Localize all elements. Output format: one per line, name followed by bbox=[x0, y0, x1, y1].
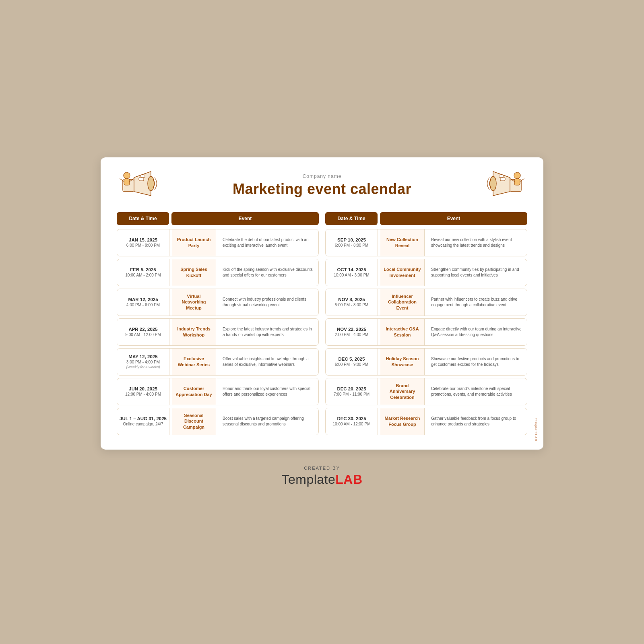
time-text: 12:00 PM - 4:00 PM bbox=[125, 392, 161, 396]
svg-rect-16 bbox=[500, 178, 505, 181]
right-col-headers: Date & Time Event bbox=[325, 212, 527, 225]
table-row: OCT 14, 2025 10:00 AM - 3:00 PM Local Co… bbox=[325, 259, 527, 286]
time-text: 4:00 PM - 6:00 PM bbox=[126, 303, 160, 307]
description-cell: Reveal our new collection with a stylish… bbox=[427, 229, 527, 256]
date-cell: MAY 12, 2025 3:00 PM - 4:00 PM (Weekly f… bbox=[117, 349, 169, 375]
description-cell: Partner with influencers to create buzz … bbox=[427, 289, 527, 316]
left-event-header: Event bbox=[171, 212, 319, 225]
date-cell: OCT 14, 2025 10:00 AM - 3:00 PM bbox=[326, 259, 378, 286]
event-name-cell: Exclusive Webinar Series bbox=[172, 349, 216, 375]
event-name-cell: Market Research Focus Group bbox=[380, 408, 425, 435]
date-cell: NOV 22, 2025 2:00 PM - 4:00 PM bbox=[326, 319, 378, 345]
event-name-text: Brand Anniversary Celebration bbox=[384, 383, 421, 400]
event-name-cell: Holiday Season Showcase bbox=[380, 349, 425, 375]
table-row: FEB 5, 2025 10:00 AM - 2:00 PM Spring Sa… bbox=[117, 259, 319, 286]
tables-row: Date & Time Event JAN 15, 2025 6:00 PM -… bbox=[117, 212, 527, 435]
description-text: Offer valuable insights and knowledge th… bbox=[223, 356, 314, 367]
date-cell: NOV 8, 2025 5:00 PM - 8:00 PM bbox=[326, 289, 378, 316]
date-cell: DEC 5, 2025 6:00 PM - 9:00 PM bbox=[326, 349, 378, 375]
description-text: Engage directly with our team during an … bbox=[431, 326, 523, 338]
time-text: 10:00 AM - 2:00 PM bbox=[125, 273, 161, 277]
header-center: Company name Marketing event calendar bbox=[117, 173, 527, 198]
event-name-cell: Customer Appreciation Day bbox=[172, 378, 216, 405]
date-text: OCT 14, 2025 bbox=[337, 267, 366, 272]
date-cell: APR 22, 2025 9:00 AM - 12:00 PM bbox=[117, 319, 169, 345]
svg-point-12 bbox=[514, 172, 520, 179]
page-wrapper: Company name Marketing event calendar bbox=[16, 157, 628, 487]
description-text: Strengthen community ties by participati… bbox=[431, 267, 523, 278]
left-col-headers: Date & Time Event bbox=[117, 212, 319, 225]
svg-rect-17 bbox=[499, 175, 503, 178]
time-text: 6:00 PM - 9:00 PM bbox=[335, 362, 368, 367]
description-text: Showcase our festive products and promot… bbox=[431, 356, 523, 367]
table-row: JUN 20, 2025 12:00 PM - 4:00 PM Customer… bbox=[117, 378, 319, 405]
date-cell: DEC 30, 2025 10:00 AM - 12:00 PM bbox=[326, 408, 378, 435]
event-name-text: Customer Appreciation Day bbox=[175, 386, 213, 397]
event-name-cell: Influencer Collaboration Event bbox=[380, 289, 425, 316]
description-text: Celebrate our brand's milestone with spe… bbox=[431, 386, 523, 397]
right-table-section: Date & Time Event SEP 10, 2025 6:00 PM -… bbox=[325, 212, 527, 435]
time-text: 10:00 AM - 12:00 PM bbox=[333, 422, 371, 426]
svg-rect-13 bbox=[514, 179, 520, 185]
event-name-text: Holiday Season Showcase bbox=[384, 356, 421, 367]
calendar-card: Company name Marketing event calendar bbox=[101, 157, 543, 450]
description-cell: Engage directly with our team during an … bbox=[427, 319, 527, 345]
event-name-text: Interactive Q&A Session bbox=[384, 326, 421, 338]
date-text: NOV 22, 2025 bbox=[337, 327, 366, 332]
event-name-cell: Virtual Networking Meetup bbox=[172, 289, 216, 316]
event-name-cell: Spring Sales Kickoff bbox=[172, 259, 216, 286]
event-name-cell: Seasonal Discount Campaign bbox=[172, 408, 216, 435]
description-text: Connect with industry professionals and … bbox=[223, 297, 314, 308]
date-text: DEC 20, 2025 bbox=[337, 386, 366, 391]
right-event-rows: SEP 10, 2025 6:00 PM - 8:00 PM New Colle… bbox=[325, 229, 527, 435]
date-text: MAY 12, 2025 bbox=[128, 354, 157, 359]
date-cell: JUL 1 – AUG 31, 2025 Online campaign, 24… bbox=[117, 408, 169, 435]
svg-point-2 bbox=[148, 176, 154, 191]
table-row: DEC 5, 2025 6:00 PM - 9:00 PM Holiday Se… bbox=[325, 348, 527, 376]
table-row: DEC 20, 2025 7:00 PM - 11:00 PM Brand An… bbox=[325, 378, 527, 405]
event-name-cell: Product Launch Party bbox=[172, 229, 216, 256]
table-row: MAR 12, 2025 4:00 PM - 6:00 PM Virtual N… bbox=[117, 289, 319, 316]
event-name-text: Market Research Focus Group bbox=[384, 415, 421, 427]
right-megaphone-icon bbox=[483, 167, 527, 204]
time-text: 7:00 PM - 11:00 PM bbox=[334, 392, 369, 396]
description-text: Celebrate the debut of our latest produc… bbox=[223, 237, 314, 248]
description-cell: Showcase our festive products and promot… bbox=[427, 349, 527, 375]
event-name-text: Local Community Involvement bbox=[384, 266, 421, 278]
event-name-text: Influencer Collaboration Event bbox=[384, 293, 421, 311]
footer-template-text: Template bbox=[281, 472, 335, 487]
event-name-cell: Interactive Q&A Session bbox=[380, 319, 425, 345]
table-row: NOV 22, 2025 2:00 PM - 4:00 PM Interacti… bbox=[325, 318, 527, 346]
table-row: APR 22, 2025 9:00 AM - 12:00 PM Industry… bbox=[117, 318, 319, 346]
left-table-section: Date & Time Event JAN 15, 2025 6:00 PM -… bbox=[117, 212, 319, 435]
date-cell: MAR 12, 2025 4:00 PM - 6:00 PM bbox=[117, 289, 169, 316]
svg-rect-8 bbox=[141, 175, 145, 178]
description-cell: Kick off the spring season with exclusiv… bbox=[219, 259, 318, 286]
description-cell: Honor and thank our loyal customers with… bbox=[219, 378, 318, 405]
date-text: MAR 12, 2025 bbox=[128, 297, 158, 302]
event-name-text: Virtual Networking Meetup bbox=[175, 293, 213, 311]
description-cell: Celebrate our brand's milestone with spe… bbox=[427, 378, 527, 405]
event-name-text: Seasonal Discount Campaign bbox=[175, 413, 213, 430]
date-text: JUL 1 – AUG 31, 2025 bbox=[120, 416, 167, 421]
description-cell: Connect with industry professionals and … bbox=[219, 289, 318, 316]
date-text: APR 22, 2025 bbox=[128, 327, 157, 332]
left-date-header: Date & Time bbox=[117, 212, 169, 225]
svg-rect-4 bbox=[124, 179, 130, 185]
date-cell: SEP 10, 2025 6:00 PM - 8:00 PM bbox=[326, 229, 378, 256]
footer-created-by: CREATED BY bbox=[281, 466, 362, 471]
date-text: DEC 5, 2025 bbox=[339, 357, 365, 361]
date-text: DEC 30, 2025 bbox=[337, 416, 366, 421]
left-megaphone-icon bbox=[117, 167, 161, 204]
table-row: NOV 8, 2025 5:00 PM - 8:00 PM Influencer… bbox=[325, 289, 527, 316]
date-cell: JUN 20, 2025 12:00 PM - 4:00 PM bbox=[117, 378, 169, 405]
time-text: 9:00 AM - 12:00 PM bbox=[125, 332, 161, 337]
watermark: TemplateLAB bbox=[534, 418, 538, 442]
description-cell: Gather valuable feedback from a focus gr… bbox=[427, 408, 527, 435]
event-name-text: Exclusive Webinar Series bbox=[175, 356, 213, 367]
right-date-header: Date & Time bbox=[325, 212, 378, 225]
svg-point-3 bbox=[124, 172, 130, 179]
table-row: MAY 12, 2025 3:00 PM - 4:00 PM (Weekly f… bbox=[117, 348, 319, 376]
description-text: Partner with influencers to create buzz … bbox=[431, 297, 523, 308]
description-cell: Offer valuable insights and knowledge th… bbox=[219, 349, 318, 375]
